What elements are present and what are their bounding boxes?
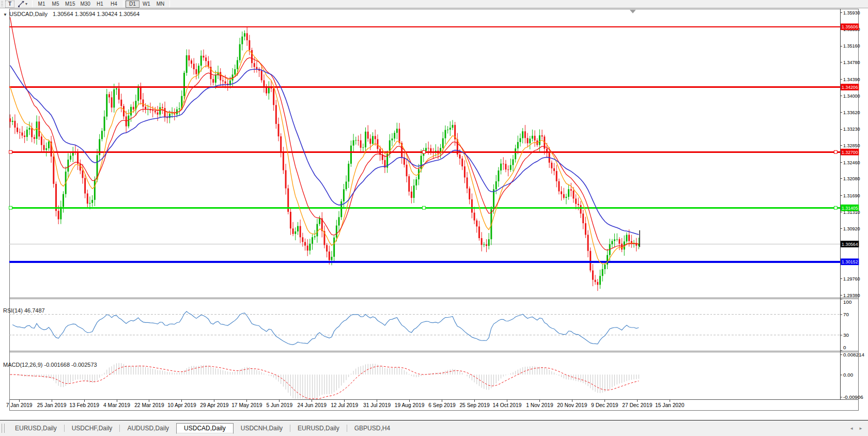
date-label: 5 Jun 2019 <box>266 403 292 409</box>
symbol-tabs: EURUSD,DailyUSDCHF,DailyAUDUSD,DailyUSDC… <box>8 423 397 434</box>
timeframe-button-w1[interactable]: W1 <box>140 1 153 8</box>
timeframe-button-h4[interactable]: H4 <box>107 1 121 8</box>
date-label: 17 May 2019 <box>231 403 262 409</box>
price-tick-label: 1.32460 <box>843 160 860 165</box>
tab-eurusd-daily[interactable]: EURUSD,Daily <box>8 423 64 434</box>
tab-eurusd-daily[interactable]: EURUSD,Daily <box>290 423 347 434</box>
rsi-axis-label: 30 <box>843 332 849 338</box>
date-label: 29 Apr 2019 <box>200 403 229 409</box>
line-handle[interactable] <box>834 150 837 153</box>
text-tool-button[interactable]: T <box>5 1 14 8</box>
rsi-axis-label: 0 <box>843 345 846 350</box>
tab-scrollers: ◄ ► <box>849 426 863 431</box>
tab-usdchf-daily[interactable]: USDCHF,Daily <box>65 423 120 434</box>
tab-audusd-daily[interactable]: AUDUSD,Daily <box>120 423 176 434</box>
tab-bar-grip[interactable] <box>2 424 5 433</box>
chart-window: 1.359301.355501.351601.347801.343901.340… <box>0 9 868 419</box>
toolbar-separator <box>169 1 170 7</box>
line-handle[interactable] <box>9 206 12 209</box>
svg-text:1.31405: 1.31405 <box>842 205 858 211</box>
timeframe-button-m30[interactable]: M30 <box>78 1 92 8</box>
trading-terminal-window: T ▾ M1M5M15M30H1H4 D1W1MN 1.359301.35550… <box>0 0 868 436</box>
date-label: 20 Nov 2019 <box>557 403 587 409</box>
date-label: 14 Oct 2019 <box>493 403 522 409</box>
tab-usdcnh-daily[interactable]: USDCNH,Daily <box>234 423 290 434</box>
svg-text:1.32700: 1.32700 <box>842 149 858 155</box>
line-handle[interactable] <box>422 206 425 209</box>
date-label: 13 Feb 2019 <box>69 403 99 409</box>
chart-ohlc-values: 1.30564 1.30594 1.30424 1.30564 <box>53 11 140 17</box>
cursor-tool-caret-icon[interactable]: ▾ <box>25 2 27 6</box>
tab-scroll-left-icon[interactable]: ◄ <box>849 426 854 431</box>
rsi-indicator-label: RSI(14) 46.7487 <box>3 307 45 314</box>
price-tick-label: 1.31690 <box>843 193 860 198</box>
price-tick-label: 1.33230 <box>843 126 860 132</box>
cursor-arrows-icon <box>18 1 25 7</box>
axis-price-label: 1.31405 <box>841 205 859 211</box>
price-tick-label: 1.32080 <box>843 176 860 181</box>
price-tick-label: 1.32850 <box>843 143 860 148</box>
timeframe-button-m15[interactable]: M15 <box>63 1 78 8</box>
timeframe-button-h1[interactable]: H1 <box>93 1 107 8</box>
price-tick-label: 1.30920 <box>843 226 860 231</box>
tab-gbpusd-h4[interactable]: GBPUSD,H4 <box>347 423 397 434</box>
price-tick-label: 1.29380 <box>843 292 860 298</box>
chart-canvas[interactable]: 1.359301.355501.351601.347801.343901.340… <box>0 9 868 419</box>
macd-axis-label: -0.00906 <box>843 394 863 400</box>
chart-symbol-label: USDCAD,Daily <box>9 11 48 17</box>
timeframe-button-mn[interactable]: MN <box>153 1 167 8</box>
price-tick-label: 1.35160 <box>843 43 860 49</box>
price-tick-label: 1.34390 <box>843 76 860 82</box>
price-tick-label: 1.35930 <box>843 10 860 15</box>
date-label: 25 Jan 2019 <box>37 403 67 409</box>
price-tick-label: 1.34000 <box>843 93 860 99</box>
price-tick-label: 1.33620 <box>843 110 860 115</box>
date-label: 27 Dec 2019 <box>622 403 653 409</box>
line-handle[interactable] <box>834 206 837 209</box>
line-handle[interactable] <box>9 150 12 153</box>
rsi-axis-label: 70 <box>843 312 849 317</box>
axis-price-label: 1.34206 <box>841 84 859 90</box>
timeframe-group: M1M5M15M30H1H4 <box>35 1 121 8</box>
price-tick-label: 1.34780 <box>843 59 860 65</box>
tab-usdcad-daily[interactable]: USDCAD,Daily <box>176 423 234 434</box>
date-label: 31 Jul 2019 <box>363 403 391 409</box>
axis-price-label: 1.32700 <box>841 149 859 155</box>
axis-price-label: 1.35606 <box>841 23 859 30</box>
cursor-tool-button[interactable]: ▾ <box>16 1 29 8</box>
date-label: 4 Mar 2019 <box>103 403 130 409</box>
tab-scroll-right-icon[interactable]: ► <box>859 426 863 431</box>
timeframe-button-m5[interactable]: M5 <box>49 1 63 8</box>
timeframe-button-d1[interactable]: D1 <box>126 1 140 8</box>
svg-text:1.35606: 1.35606 <box>842 24 858 29</box>
date-label: 6 Sep 2019 <box>428 403 456 409</box>
timeframe-button-m1[interactable]: M1 <box>35 1 49 8</box>
date-label: 22 Mar 2019 <box>134 403 164 409</box>
chart-window-border <box>9 9 859 410</box>
svg-text:1.30152: 1.30152 <box>842 259 858 264</box>
toolbar-separator <box>123 1 123 7</box>
svg-text:1.34206: 1.34206 <box>842 84 858 90</box>
macd-indicator-label: MACD(12,26,9) -0.001668 -0.002573 <box>3 362 97 368</box>
symbol-tab-bar: EURUSD,DailyUSDCHF,DailyAUDUSD,DailyUSDC… <box>0 420 868 436</box>
date-label: 12 Jul 2019 <box>331 403 358 409</box>
date-label: 9 Dec 2019 <box>591 403 618 409</box>
macd-axis-label: 0.00 <box>843 372 854 378</box>
timeframe-group: D1W1MN <box>126 1 167 8</box>
axis-price-label: 1.30564 <box>841 241 859 247</box>
axis-price-label: 1.30152 <box>841 258 859 265</box>
date-label: 15 Jan 2020 <box>655 403 685 409</box>
line-handle[interactable] <box>422 150 425 153</box>
date-label: 1 Nov 2019 <box>526 403 553 409</box>
toolbar: T ▾ M1M5M15M30H1H4 D1W1MN <box>0 0 868 8</box>
rsi-axis-label: 100 <box>843 299 852 305</box>
toolbar-grip[interactable] <box>1 1 3 7</box>
symbol-dropdown-icon[interactable]: ▼ <box>3 12 7 17</box>
svg-text:1.30564: 1.30564 <box>842 241 858 247</box>
price-tick-label: 1.29760 <box>843 276 860 282</box>
date-label: 10 Apr 2019 <box>167 403 196 409</box>
macd-axis-label: 0.008214 <box>843 352 864 357</box>
date-label: 24 Jun 2019 <box>297 403 327 409</box>
chart-title[interactable]: ▼USDCAD,Daily1.30564 1.30594 1.30424 1.3… <box>3 11 140 17</box>
date-label: 7 Jan 2019 <box>6 403 33 409</box>
